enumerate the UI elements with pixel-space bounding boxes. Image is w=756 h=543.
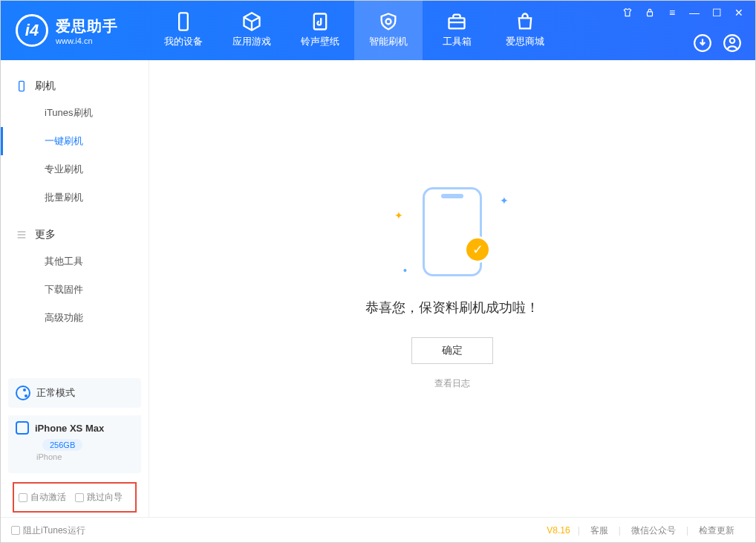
close-icon[interactable]: ✕ <box>731 5 746 20</box>
success-message: 恭喜您，保资料刷机成功啦！ <box>365 299 539 316</box>
window-controls: ≡ — ☐ ✕ <box>620 5 746 20</box>
checkbox-skip-guide[interactable]: 跳过向导 <box>75 491 123 504</box>
device-icon <box>16 421 29 435</box>
device-panel: 正常模式 iPhone XS Max 256GB iPhone 自动激活 跳过向… <box>8 378 141 517</box>
sidebar-item-itunes[interactable]: iTunes刷机 <box>1 99 149 127</box>
sparkle-icon: ✦ <box>500 195 509 207</box>
checkbox-auto-activate[interactable]: 自动激活 <box>19 491 66 504</box>
user-icon[interactable] <box>723 33 742 53</box>
download-icon[interactable] <box>693 33 712 53</box>
menu-icon[interactable]: ≡ <box>665 5 680 20</box>
view-log-link[interactable]: 查看日志 <box>434 377 470 390</box>
maximize-icon[interactable]: ☐ <box>709 5 724 20</box>
nav-device[interactable]: 我的设备 <box>149 1 218 60</box>
sidebar-item-firmware[interactable]: 下载固件 <box>1 276 149 304</box>
logo-area: i4 爱思助手 www.i4.cn <box>1 14 149 47</box>
nav-label: 智能刷机 <box>369 35 408 48</box>
sparkle-icon: • <box>403 264 407 276</box>
nav-ring[interactable]: 铃声壁纸 <box>286 1 354 60</box>
phone-icon <box>173 13 194 30</box>
nav-label: 铃声壁纸 <box>301 35 339 48</box>
device-type: iPhone <box>8 451 141 469</box>
group-title: 刷机 <box>35 79 56 93</box>
sidebar-item-advanced[interactable]: 高级功能 <box>1 304 149 332</box>
device-mode[interactable]: 正常模式 <box>8 378 141 408</box>
minimize-icon[interactable]: — <box>687 5 702 20</box>
sparkle-icon: ✦ <box>394 209 403 221</box>
list-icon <box>16 229 27 241</box>
sidebar-item-oneclick[interactable]: 一键刷机 <box>1 127 149 155</box>
bag-icon <box>515 13 535 30</box>
device-name: iPhone XS Max <box>35 423 104 434</box>
svg-rect-3 <box>648 12 653 16</box>
top-nav: 我的设备 应用游戏 铃声壁纸 智能刷机 工具箱 爱思商城 <box>149 1 559 60</box>
svg-rect-2 <box>449 18 465 28</box>
nav-label: 爱思商城 <box>506 35 544 48</box>
lock-icon[interactable] <box>642 5 657 20</box>
sidebar-item-batch[interactable]: 批量刷机 <box>1 183 149 212</box>
toolbox-icon <box>446 13 467 30</box>
svg-rect-0 <box>179 13 188 30</box>
sidebar-item-other[interactable]: 其他工具 <box>1 247 149 276</box>
success-illustration: ✦ ✦ • ✓ <box>408 187 497 276</box>
nav-tools[interactable]: 工具箱 <box>423 1 491 60</box>
nav-label: 工具箱 <box>443 35 472 48</box>
status-bar: 阻止iTunes运行 V8.16 | 客服 | 微信公众号 | 检查更新 <box>1 517 755 543</box>
phone-icon <box>16 80 27 92</box>
sidebar: 刷机 iTunes刷机 一键刷机 专业刷机 批量刷机 更多 其他工具 下载固件 … <box>1 60 149 517</box>
app-title: 爱思助手 <box>56 16 118 36</box>
app-url: www.i4.cn <box>56 36 118 45</box>
svg-point-6 <box>730 39 735 44</box>
music-file-icon <box>310 13 330 30</box>
nav-label: 我的设备 <box>164 35 203 48</box>
cube-icon <box>241 13 262 30</box>
device-name-row[interactable]: iPhone XS Max <box>8 415 141 438</box>
nav-apps[interactable]: 应用游戏 <box>218 1 286 60</box>
tshirt-icon[interactable] <box>620 5 635 20</box>
version-label: V8.16 <box>547 525 577 536</box>
sidebar-group-more: 更多 <box>1 222 149 247</box>
nav-flash[interactable]: 智能刷机 <box>354 1 423 60</box>
ok-button[interactable]: 确定 <box>411 337 493 364</box>
highlighted-options: 自动激活 跳过向导 <box>13 482 137 513</box>
checkbox-block-itunes[interactable]: 阻止iTunes运行 <box>11 524 85 537</box>
main-content: ✦ ✦ • ✓ 恭喜您，保资料刷机成功啦！ 确定 查看日志 <box>149 60 755 517</box>
footer-link-cs[interactable]: 客服 <box>580 524 619 537</box>
mode-icon <box>16 386 30 400</box>
sidebar-item-pro[interactable]: 专业刷机 <box>1 155 149 183</box>
header-right-icons <box>693 33 742 53</box>
mode-label: 正常模式 <box>36 386 75 400</box>
sidebar-group-flash: 刷机 <box>1 74 149 99</box>
nav-store[interactable]: 爱思商城 <box>491 1 559 60</box>
footer-link-wechat[interactable]: 微信公众号 <box>621 524 686 537</box>
svg-rect-7 <box>19 81 25 91</box>
logo-icon: i4 <box>16 14 48 47</box>
nav-label: 应用游戏 <box>232 35 271 48</box>
group-title: 更多 <box>35 228 56 241</box>
header-bar: i4 爱思助手 www.i4.cn 我的设备 应用游戏 铃声壁纸 智能刷机 工具… <box>1 1 755 60</box>
phone-illustration <box>423 187 482 276</box>
footer-link-update[interactable]: 检查更新 <box>688 524 745 537</box>
check-badge-icon: ✓ <box>464 236 491 263</box>
device-capacity: 256GB <box>42 439 82 451</box>
refresh-shield-icon <box>378 13 399 30</box>
